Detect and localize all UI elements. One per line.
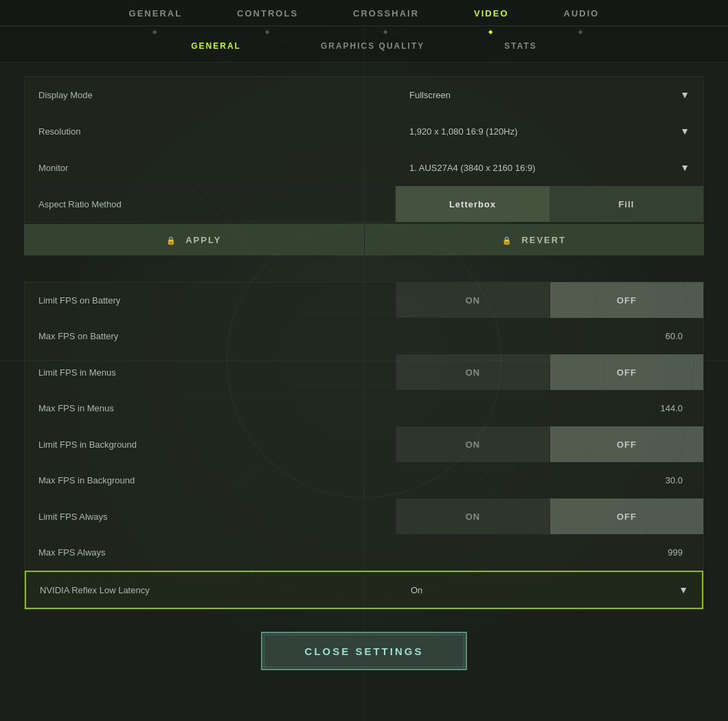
action-row: APPLY REVERT: [24, 224, 704, 255]
nvidia-reflex-text: On: [411, 585, 422, 595]
limit-fps-background-toggle: On Off: [396, 426, 703, 462]
limit-fps-background-label: Limit FPS in Background: [25, 439, 396, 450]
max-fps-battery-display: 60.0: [666, 331, 703, 341]
aspect-ratio-value: Letterbox Fill: [396, 186, 703, 222]
revert-label: REVERT: [521, 235, 566, 245]
display-section: Display Mode Fullscreen ▼ Resolution 1,9…: [24, 76, 704, 222]
monitor-dropdown[interactable]: 1. AUS27A4 (3840 x 2160 16:9) ▼: [396, 150, 703, 185]
limit-fps-menus-label: Limit FPS in Menus: [25, 367, 396, 378]
max-fps-menus-row: Max FPS in Menus 144.0: [25, 391, 703, 426]
nvidia-reflex-arrow-icon: ▼: [679, 584, 688, 595]
limit-fps-always-toggle: On Off: [396, 499, 703, 534]
revert-lock-icon: [502, 235, 516, 245]
limit-fps-menus-off-button[interactable]: Off: [549, 354, 703, 390]
max-fps-background-label: Max FPS in Background: [25, 475, 396, 485]
display-mode-label: Display Mode: [25, 90, 396, 100]
display-mode-row: Display Mode Fullscreen ▼: [25, 77, 703, 113]
max-fps-always-row: Max FPS Always 999: [25, 535, 703, 571]
max-fps-battery-label: Max FPS on Battery: [25, 331, 396, 341]
resolution-text: 1,920 x 1,080 16:9 (120Hz): [409, 126, 518, 137]
limit-fps-background-value: On Off: [396, 426, 703, 462]
max-fps-always-display: 999: [668, 547, 703, 558]
max-fps-battery-row: Max FPS on Battery 60.0: [25, 319, 703, 354]
limit-fps-battery-label: Limit FPS on Battery: [25, 295, 396, 306]
display-mode-dropdown[interactable]: Fullscreen ▼: [396, 77, 703, 113]
subtab-graphics[interactable]: GRAPHICS QUALITY: [315, 38, 430, 54]
apply-lock-icon: [166, 235, 180, 245]
apply-button[interactable]: APPLY: [24, 224, 365, 255]
sub-nav: GENERAL GRAPHICS QUALITY STATS: [0, 26, 728, 62]
max-fps-background-value: 30.0: [396, 475, 703, 485]
aspect-fill-button[interactable]: Fill: [549, 186, 703, 222]
close-settings-button[interactable]: CLOSE SETTINGS: [261, 632, 467, 670]
nvidia-reflex-dropdown[interactable]: On ▼: [397, 572, 702, 608]
monitor-row: Monitor 1. AUS27A4 (3840 x 2160 16:9) ▼: [25, 150, 703, 186]
limit-fps-battery-row: Limit FPS on Battery On Off: [25, 282, 703, 319]
limit-fps-background-off-button[interactable]: Off: [549, 426, 703, 462]
aspect-toggle-group: Letterbox Fill: [396, 186, 703, 222]
nvidia-reflex-label: NVIDIA Reflex Low Latency: [26, 585, 397, 595]
section-spacer: [24, 269, 704, 282]
apply-label: APPLY: [185, 235, 221, 245]
tab-crosshair[interactable]: CROSSHAIR: [326, 0, 446, 25]
resolution-value: 1,920 x 1,080 16:9 (120Hz) ▼: [396, 113, 703, 149]
limit-fps-always-on-button[interactable]: On: [396, 499, 549, 534]
max-fps-always-value: 999: [396, 547, 703, 558]
max-fps-menus-display: 144.0: [660, 403, 703, 413]
display-mode-value: Fullscreen ▼: [396, 77, 703, 113]
max-fps-always-label: Max FPS Always: [25, 547, 396, 558]
main-container: GENERAL CONTROLS CROSSHAIR VIDEO AUDIO G…: [0, 0, 728, 721]
top-nav: GENERAL CONTROLS CROSSHAIR VIDEO AUDIO: [0, 0, 728, 26]
limit-fps-background-on-button[interactable]: On: [396, 426, 549, 462]
tab-controls[interactable]: CONTROLS: [209, 0, 326, 25]
resolution-row: Resolution 1,920 x 1,080 16:9 (120Hz) ▼: [25, 113, 703, 150]
limit-fps-battery-off-button[interactable]: Off: [549, 282, 703, 318]
aspect-letterbox-button[interactable]: Letterbox: [396, 186, 549, 222]
resolution-dropdown[interactable]: 1,920 x 1,080 16:9 (120Hz) ▼: [396, 113, 703, 149]
monitor-text: 1. AUS27A4 (3840 x 2160 16:9): [409, 163, 536, 173]
limit-fps-battery-toggle: On Off: [396, 282, 703, 318]
aspect-ratio-label: Aspect Ratio Method: [25, 199, 396, 209]
nvidia-reflex-row: NVIDIA Reflex Low Latency On ▼: [25, 571, 703, 609]
limit-fps-always-label: Limit FPS Always: [25, 512, 396, 522]
tab-general[interactable]: GENERAL: [102, 0, 210, 25]
limit-fps-always-value: On Off: [396, 499, 703, 534]
monitor-arrow-icon: ▼: [680, 162, 690, 173]
limit-fps-background-row: Limit FPS in Background On Off: [25, 426, 703, 463]
close-button-container: CLOSE SETTINGS: [24, 611, 704, 684]
max-fps-background-display: 30.0: [666, 475, 703, 485]
max-fps-battery-value: 60.0: [396, 331, 703, 341]
max-fps-menus-value: 144.0: [396, 403, 703, 413]
limit-fps-menus-on-button[interactable]: On: [396, 354, 549, 390]
limit-fps-menus-row: Limit FPS in Menus On Off: [25, 354, 703, 391]
subtab-general[interactable]: GENERAL: [185, 38, 247, 54]
max-fps-background-row: Max FPS in Background 30.0: [25, 463, 703, 499]
limit-fps-always-row: Limit FPS Always On Off: [25, 499, 703, 535]
tab-audio[interactable]: AUDIO: [536, 0, 627, 25]
limit-fps-menus-toggle: On Off: [396, 354, 703, 390]
display-mode-arrow-icon: ▼: [680, 89, 690, 100]
revert-button[interactable]: REVERT: [365, 224, 705, 255]
tab-video[interactable]: VIDEO: [446, 0, 536, 25]
monitor-value: 1. AUS27A4 (3840 x 2160 16:9) ▼: [396, 150, 703, 185]
limit-fps-menus-value: On Off: [396, 354, 703, 390]
max-fps-menus-label: Max FPS in Menus: [25, 403, 396, 413]
aspect-ratio-row: Aspect Ratio Method Letterbox Fill: [25, 186, 703, 222]
nvidia-reflex-value: On ▼: [397, 572, 702, 608]
fps-section: Limit FPS on Battery On Off Max FPS on B…: [24, 282, 704, 610]
subtab-stats[interactable]: STATS: [499, 38, 543, 54]
content-area: Display Mode Fullscreen ▼ Resolution 1,9…: [0, 62, 728, 721]
limit-fps-battery-value: On Off: [396, 282, 703, 318]
limit-fps-always-off-button[interactable]: Off: [549, 499, 703, 534]
limit-fps-battery-on-button[interactable]: On: [396, 282, 549, 318]
resolution-label: Resolution: [25, 126, 396, 137]
display-mode-text: Fullscreen: [409, 90, 451, 100]
monitor-label: Monitor: [25, 163, 396, 173]
resolution-arrow-icon: ▼: [680, 126, 690, 137]
